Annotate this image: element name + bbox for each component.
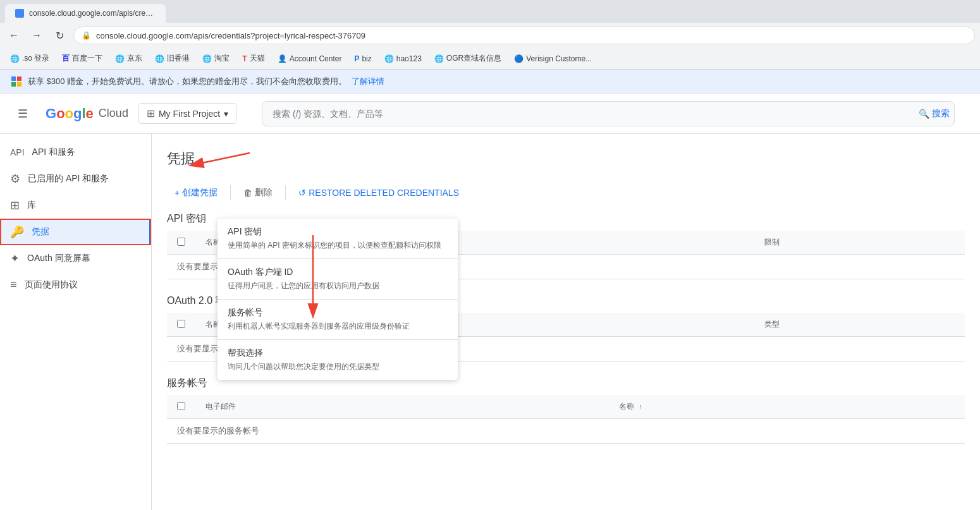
sidebar-item-policy[interactable]: ≡ 页面使用协议 bbox=[0, 272, 151, 298]
api-keys-date-header[interactable]: 创建日期 ↓ bbox=[406, 231, 755, 255]
bookmark-jd-icon: 🌐 bbox=[115, 54, 125, 63]
oauth-client-desc: 征得用户同意，让您的应用有权访问用户数据 bbox=[228, 281, 448, 291]
address-text: console.cloud.google.com/apis/credential… bbox=[96, 31, 365, 40]
browser-chrome: console.cloud.google.com/apis/credential… bbox=[0, 0, 980, 70]
bookmark-hao123-label: hao123 bbox=[396, 54, 422, 63]
search-icon: 🔍 bbox=[919, 109, 929, 119]
bookmark-jd-label: 京东 bbox=[127, 53, 142, 64]
bookmark-so[interactable]: 🌐 .so 登录 bbox=[5, 51, 54, 66]
sidebar-section-title: API 和服务 bbox=[32, 147, 75, 158]
toolbar-divider-2 bbox=[285, 185, 286, 200]
sidebar-item-credentials-label: 凭据 bbox=[32, 226, 49, 238]
library-icon: ⊞ bbox=[10, 198, 20, 212]
delete-label: 删除 bbox=[255, 187, 273, 198]
svg-rect-0 bbox=[11, 76, 16, 81]
oauth-select-all[interactable] bbox=[177, 320, 185, 328]
bookmark-so-icon: 🌐 bbox=[10, 54, 20, 63]
api-key-desc: 使用简单的 API 密钥来标识您的项目，以便检查配额和访问权限 bbox=[228, 240, 448, 251]
sidebar-item-library-label: 库 bbox=[27, 200, 36, 211]
active-tab[interactable]: console.cloud.google.com/apis/credential… bbox=[5, 4, 166, 23]
bookmark-ogr-label: OGR查域名信息 bbox=[446, 53, 501, 64]
bookmark-so-label: .so 登录 bbox=[22, 53, 49, 64]
dropdown-api-key[interactable]: API 密钥 使用简单的 API 密钥来标识您的项目，以便检查配额和访问权限 bbox=[217, 219, 458, 258]
search-btn-label: 搜索 bbox=[932, 108, 950, 119]
dropdown-arrow-icon: ▾ bbox=[224, 109, 228, 119]
google-cloud-logo[interactable]: Google Cloud bbox=[46, 106, 128, 122]
bookmark-hk-icon: 🌐 bbox=[155, 54, 164, 63]
address-bar[interactable]: 🔒 console.cloud.google.com/apis/credenti… bbox=[73, 27, 975, 44]
oauth-date-header[interactable]: 创建日期 ↓ bbox=[406, 313, 755, 337]
restore-button[interactable]: ↺ RESTORE DELETED CREDENTIALS bbox=[291, 184, 467, 202]
bookmark-account-icon: 👤 bbox=[278, 54, 287, 63]
sidebar: API API 和服务 ⚙ 已启用的 API 和服务 ⊞ 库 🔑 凭据 ✦ OA… bbox=[0, 134, 152, 510]
svg-rect-1 bbox=[17, 76, 21, 81]
dropdown-oauth-client[interactable]: OAuth 客户端 ID 征得用户同意，让您的应用有权访问用户数据 bbox=[217, 259, 458, 299]
help-choose-desc: 询问几个问题以帮助您决定要使用的凭据类型 bbox=[228, 361, 448, 372]
sa-sort-icon: ↑ bbox=[639, 403, 642, 410]
delete-button[interactable]: 🗑 删除 bbox=[236, 183, 280, 202]
project-selector[interactable]: ⊞ My First Project ▾ bbox=[138, 103, 236, 124]
toolbar-divider bbox=[230, 185, 231, 200]
bookmark-baidu[interactable]: 百 百度一下 bbox=[57, 51, 107, 66]
grid-icon bbox=[10, 75, 23, 88]
search-button[interactable]: 🔍 搜索 bbox=[919, 108, 950, 119]
api-services-icon: API bbox=[10, 147, 25, 157]
bookmark-taobao[interactable]: 🌐 淘宝 bbox=[197, 51, 235, 66]
sa-select-all[interactable] bbox=[177, 402, 185, 410]
sa-name-header[interactable]: 名称 ↑ bbox=[609, 395, 965, 419]
page-header: 凭据 bbox=[167, 149, 965, 168]
create-credentials-button[interactable]: + 创建凭据 bbox=[167, 183, 225, 202]
sidebar-item-oauth[interactable]: ✦ OAuth 同意屏幕 bbox=[0, 245, 151, 272]
sidebar-item-library[interactable]: ⊞ 库 bbox=[0, 192, 151, 219]
bookmark-tianmao-label: 天猫 bbox=[250, 53, 265, 64]
bookmark-jd[interactable]: 🌐 京东 bbox=[110, 51, 147, 66]
api-key-title: API 密钥 bbox=[228, 226, 448, 238]
sidebar-item-credentials[interactable]: 🔑 凭据 bbox=[0, 219, 151, 245]
refresh-button[interactable]: ↻ bbox=[51, 27, 68, 44]
bookmark-ogr[interactable]: 🌐 OGR查域名信息 bbox=[429, 51, 506, 66]
dropdown-service-account[interactable]: 服务帐号 利用机器人帐号实现服务器到服务器的应用级身份验证 bbox=[217, 300, 458, 339]
bookmarks-bar: 🌐 .so 登录 百 百度一下 🌐 京东 🌐 旧香港 🌐 淘宝 T 天猫 👤 A… bbox=[0, 48, 980, 70]
cloud-wordmark: Cloud bbox=[99, 107, 128, 120]
main-content: 凭据 + 创建凭据 🗑 删除 ↺ RESTORE DELETED CREDENT… bbox=[152, 134, 980, 510]
sidebar-item-enabled-label: 已启用的 API 和服务 bbox=[28, 173, 109, 185]
app-header: ☰ Google Cloud ⊞ My First Project ▾ 🔍 搜索 bbox=[0, 94, 980, 134]
bookmark-hao123[interactable]: 🌐 hao123 bbox=[379, 52, 427, 65]
sa-checkbox-header bbox=[167, 395, 195, 419]
bookmark-hk-label: 旧香港 bbox=[167, 53, 190, 64]
banner-link[interactable]: 了解详情 bbox=[352, 76, 384, 87]
service-account-title: 服务帐号 bbox=[228, 307, 448, 319]
bookmark-tianmao-icon: T bbox=[242, 54, 247, 63]
promo-banner: 获享 $300 赠金，开始免费试用。请放心，如果您的赠金用尽，我们不会向您收取费… bbox=[0, 70, 980, 94]
delete-icon: 🗑 bbox=[243, 188, 252, 198]
api-keys-select-all[interactable] bbox=[177, 238, 185, 246]
project-icon: ⊞ bbox=[147, 107, 155, 119]
bookmark-verisign-icon: 🔵 bbox=[514, 54, 524, 63]
tab-favicon bbox=[15, 9, 24, 18]
create-label: 创建凭据 bbox=[182, 187, 217, 198]
create-icon: + bbox=[175, 188, 180, 198]
back-button[interactable]: ← bbox=[5, 27, 23, 44]
sidebar-item-enabled-apis[interactable]: ⚙ 已启用的 API 和服务 bbox=[0, 166, 151, 192]
bookmark-taobao-icon: 🌐 bbox=[202, 54, 212, 63]
search-input[interactable] bbox=[262, 101, 955, 126]
bookmark-tianmao[interactable]: T 天猫 bbox=[237, 51, 269, 66]
dropdown-help-choose[interactable]: 帮我选择 询问几个问题以帮助您决定要使用的凭据类型 bbox=[217, 340, 458, 380]
bookmark-account-center[interactable]: 👤 Account Center bbox=[273, 52, 347, 65]
bookmark-verisign-label: Verisign Custome... bbox=[526, 54, 592, 63]
sa-email-header: 电子邮件 bbox=[195, 395, 609, 419]
forward-button[interactable]: → bbox=[28, 27, 46, 44]
bookmark-biz-label: biz bbox=[362, 54, 371, 63]
svg-rect-3 bbox=[17, 82, 21, 87]
search-bar: 🔍 搜索 bbox=[262, 101, 955, 126]
lock-icon: 🔒 bbox=[82, 31, 91, 40]
bookmark-verisign[interactable]: 🔵 Verisign Custome... bbox=[509, 52, 597, 65]
api-keys-checkbox-header bbox=[167, 231, 195, 255]
api-keys-restriction-header: 限制 bbox=[754, 231, 965, 255]
bookmark-biz[interactable]: P biz bbox=[349, 52, 376, 65]
service-accounts-header-row: 电子邮件 名称 ↑ bbox=[167, 395, 965, 419]
help-choose-title: 帮我选择 bbox=[228, 348, 448, 359]
bookmark-hk[interactable]: 🌐 旧香港 bbox=[150, 51, 195, 66]
hamburger-menu[interactable]: ☰ bbox=[10, 101, 35, 126]
browser-tabs: console.cloud.google.com/apis/credential… bbox=[0, 0, 980, 23]
